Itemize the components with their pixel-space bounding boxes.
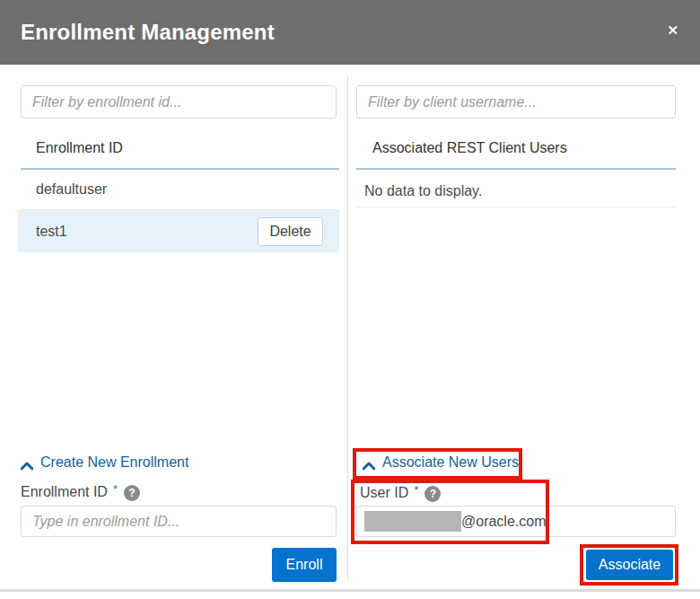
field-label: Enrollment ID	[21, 484, 108, 500]
help-icon[interactable]: ?	[424, 486, 441, 502]
chevron-up-icon	[363, 458, 375, 467]
user-id-field-label-row: User ID * ?	[360, 485, 441, 502]
enrollment-id-field-label-row: Enrollment ID * ?	[21, 484, 140, 501]
user-id-value: @oracle.com	[461, 514, 547, 530]
dialog-title: Enrollment Management	[21, 20, 275, 45]
associate-new-users-toggle[interactable]: Associate New Users	[363, 454, 519, 471]
redacted-username-block	[364, 511, 461, 532]
associate-button[interactable]: Associate	[586, 550, 673, 580]
enrollment-id-cell: test1	[36, 224, 67, 240]
field-label: User ID	[360, 485, 408, 501]
enrollment-id-input[interactable]	[21, 506, 337, 537]
enrollment-management-dialog: Enrollment Management ✕ Enrollment ID de…	[0, 0, 700, 599]
enrollment-row-defaultuser[interactable]: defaultuser	[21, 170, 339, 209]
required-asterisk: *	[113, 482, 118, 496]
enrollment-id-cell: defaultuser	[36, 181, 107, 198]
associated-users-table-header: Associated REST Client Users	[372, 140, 567, 156]
enrollment-row-test1[interactable]: test1 Delete	[18, 210, 339, 252]
toggle-label: Create New Enrollment	[40, 454, 188, 471]
toggle-label: Associate New Users	[382, 454, 519, 471]
create-new-enrollment-toggle[interactable]: Create New Enrollment	[21, 454, 188, 471]
dialog-bottom-edge	[0, 589, 700, 592]
enrollment-table-header: Enrollment ID	[36, 140, 123, 156]
close-icon[interactable]: ✕	[667, 22, 678, 39]
enroll-button[interactable]: Enroll	[272, 548, 337, 582]
associated-users-header-underline	[356, 168, 676, 170]
delete-button[interactable]: Delete	[258, 217, 323, 246]
chevron-up-icon	[21, 458, 33, 467]
user-id-input[interactable]: @oracle.com	[356, 506, 676, 537]
row-separator	[356, 207, 676, 207]
no-data-message: No data to display.	[364, 183, 482, 199]
required-asterisk: *	[414, 483, 418, 497]
client-username-filter-input[interactable]	[356, 85, 676, 119]
panel-divider	[347, 76, 348, 579]
help-icon[interactable]: ?	[124, 485, 140, 501]
enrollment-filter-input[interactable]	[21, 85, 337, 119]
text-cursor	[547, 512, 549, 532]
dialog-header: Enrollment Management ✕	[0, 0, 700, 65]
